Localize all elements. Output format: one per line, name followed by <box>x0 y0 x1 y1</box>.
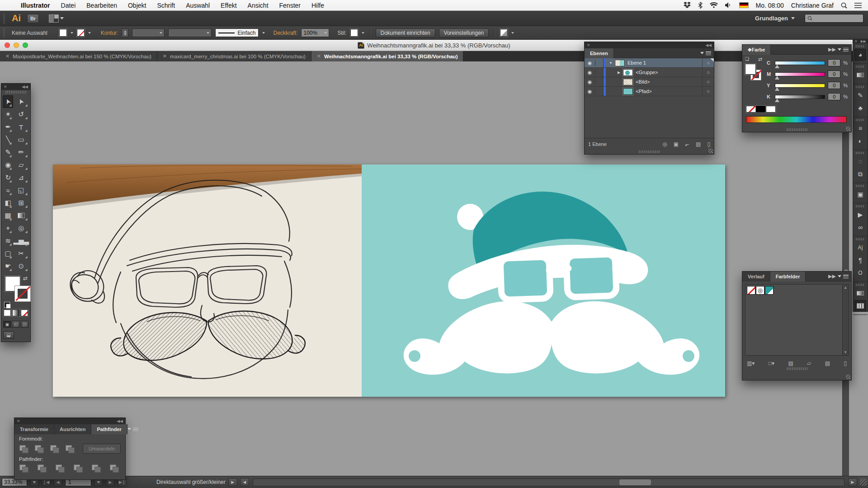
tab-close-icon[interactable]: ✕ <box>163 53 167 59</box>
slider-knob-icon[interactable] <box>775 87 779 91</box>
swap-fill-stroke-icon[interactable]: ⇄ <box>758 56 762 62</box>
scale-tool[interactable]: ⊿ <box>13 171 29 184</box>
keyboard-layout-flag-de[interactable] <box>739 2 749 8</box>
lock-toggle-cell[interactable] <box>595 87 604 96</box>
column-graph-tool[interactable]: ▂▅▃ <box>13 235 29 247</box>
dock-grip[interactable] <box>856 284 865 286</box>
menu-item-fenster[interactable]: Fenster <box>274 2 306 9</box>
stroke-color-swatch[interactable] <box>77 29 85 37</box>
rotate-tool[interactable]: ↻ <box>3 171 13 184</box>
stroke-weight-link[interactable]: Kontur: <box>101 30 118 36</box>
tab-layers[interactable]: Ebenen <box>585 48 614 58</box>
new-sublayer-icon[interactable]: ⬐ <box>685 141 689 147</box>
tab-close-icon[interactable]: ✕ <box>5 53 9 59</box>
swatch-libraries-icon[interactable]: ▥▾ <box>747 360 755 366</box>
draw-normal-button[interactable]: ▣ <box>3 321 11 328</box>
eraser-tool[interactable]: ▱ <box>13 159 29 171</box>
paragraph-icon[interactable]: ¶ <box>854 254 866 266</box>
menu-item-hilfe[interactable]: Hilfe <box>306 2 330 9</box>
teal-swatch[interactable] <box>765 286 774 295</box>
width-tool[interactable]: ≈ <box>3 184 13 197</box>
opentype-icon[interactable]: O <box>854 267 866 279</box>
actions-icon[interactable]: ▶ <box>854 209 866 221</box>
horizontal-scrollbar-thumb[interactable] <box>619 479 651 485</box>
fill-color-swatch[interactable] <box>59 29 67 37</box>
expand-button[interactable]: Umwandeln <box>83 444 121 454</box>
screen-mode-button[interactable]: ⬓ <box>3 331 14 339</box>
layer-name[interactable]: <Bild> <box>636 79 702 84</box>
chevron-down-icon[interactable] <box>71 32 73 34</box>
magic-wand-tool[interactable]: ✶ <box>3 108 13 121</box>
expand-dock-icon[interactable]: ▶▶ <box>861 39 866 43</box>
tab-close-icon[interactable]: ✕ <box>317 53 321 59</box>
links-icon[interactable]: ∞ <box>854 221 866 233</box>
graphic-style-swatch[interactable] <box>350 29 358 37</box>
tab-ausrichten[interactable]: Ausrichten <box>54 424 91 434</box>
fill-stroke-proxy[interactable]: ⇄ <box>4 275 28 305</box>
workspace-switcher[interactable]: Grundlagen <box>751 14 798 23</box>
dock-grip[interactable] <box>856 152 865 154</box>
chevron-down-icon[interactable] <box>362 32 364 34</box>
show-swatch-kinds-icon[interactable]: □▾ <box>769 360 774 366</box>
unite-icon[interactable] <box>19 445 29 453</box>
intersect-icon[interactable] <box>50 445 60 453</box>
new-swatch-icon[interactable]: ▤ <box>825 360 830 366</box>
layer-name[interactable]: Ebene 1 <box>627 60 702 66</box>
layer-row[interactable]: ◉▶<Gruppe>○ <box>585 68 714 77</box>
tab-color[interactable]: ◆ Farbe <box>742 45 771 55</box>
white-swatch[interactable] <box>766 106 776 113</box>
panel-resize-grip[interactable] <box>846 127 850 131</box>
visibility-eye-icon[interactable]: ◉ <box>585 60 595 66</box>
target-circle-icon[interactable]: ○ <box>702 77 714 86</box>
panel-resize-grip[interactable] <box>846 375 850 379</box>
swatches-scrollbar[interactable]: ▲▼ <box>842 285 848 355</box>
panel-menu-icon[interactable] <box>127 427 141 431</box>
menu-item-bearbeiten[interactable]: Bearbeiten <box>81 2 123 9</box>
preferences-button[interactable]: Voreinstellungen <box>439 28 489 38</box>
merge-icon[interactable] <box>55 464 65 472</box>
slider-knob-icon[interactable] <box>775 65 779 68</box>
gradient-tool[interactable] <box>13 209 29 222</box>
lasso-tool[interactable]: ↺ <box>13 108 29 121</box>
canvas[interactable] <box>0 61 868 476</box>
slice-tool[interactable]: ✂ <box>13 247 29 260</box>
visibility-eye-icon[interactable]: ◉ <box>585 70 595 75</box>
outline-icon[interactable] <box>91 464 101 472</box>
stroke-icon[interactable]: ≡ <box>854 122 866 134</box>
scroll-right-button[interactable]: ▶ <box>848 478 857 486</box>
scroll-left-button[interactable]: ◀ <box>240 478 249 486</box>
bluetooth-icon[interactable] <box>698 2 703 9</box>
window-resize-grip[interactable] <box>860 479 867 486</box>
lock-toggle-cell[interactable] <box>595 58 604 67</box>
appbar-grip[interactable] <box>2 13 6 23</box>
document-setup-button[interactable]: Dokument einrichten <box>376 28 435 38</box>
registration-swatch[interactable]: ◎ <box>756 286 764 295</box>
layer-thumbnail[interactable] <box>623 88 633 95</box>
dock-grip[interactable] <box>856 45 865 47</box>
panel-grip[interactable] <box>5 91 26 94</box>
panel-grip[interactable] <box>639 150 660 153</box>
lock-toggle-cell[interactable] <box>595 68 604 77</box>
close-dock-icon[interactable]: ✕ <box>854 39 858 43</box>
layer-row[interactable]: ◉<Pfad>○ <box>585 87 714 96</box>
minus-back-icon[interactable] <box>109 464 119 472</box>
default-fill-stroke-icon[interactable]: ❏ <box>745 56 749 61</box>
clipping-mask-icon[interactable]: ▣ <box>674 141 679 147</box>
close-panel-icon[interactable]: ✕ <box>4 84 7 89</box>
new-layer-icon[interactable]: ▤ <box>696 141 701 147</box>
align-icon[interactable]: ▣ <box>854 188 866 200</box>
menu-item-schrift[interactable]: Schrift <box>151 2 180 9</box>
app-search-box[interactable] <box>805 14 863 23</box>
menu-item-auswahl[interactable]: Auswahl <box>180 2 215 9</box>
menu-item-datei[interactable]: Datei <box>56 2 81 9</box>
type-tool[interactable]: T <box>13 121 29 133</box>
document-tab[interactable]: ✕maxicard_merry_christmas.ai bei 100 % (… <box>157 51 311 61</box>
color-spectrum-bar[interactable] <box>746 116 847 123</box>
panel-menu-icon[interactable] <box>700 52 714 55</box>
artboard[interactable] <box>53 164 725 397</box>
expand-triangle-icon[interactable]: ▶ <box>616 70 622 75</box>
horizontal-scrollbar[interactable] <box>253 479 844 486</box>
volume-icon[interactable] <box>725 2 732 8</box>
notification-center-icon[interactable] <box>854 3 862 8</box>
layer-thumbnail[interactable] <box>615 60 625 66</box>
